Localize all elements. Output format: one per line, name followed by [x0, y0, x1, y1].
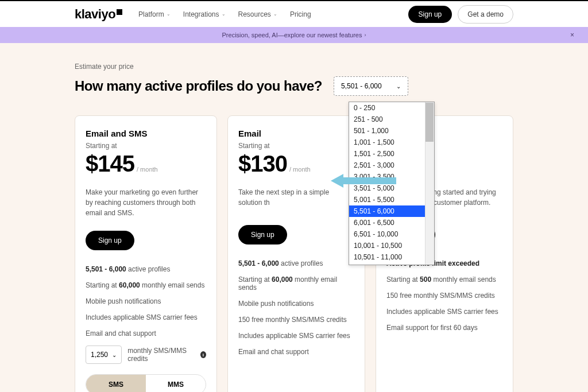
price-value: $130 [238, 151, 287, 177]
scrollbar-thumb[interactable] [425, 103, 434, 142]
per-month-label: / month [137, 166, 158, 173]
feature-line: Starting at 60,000 monthly email sends [238, 275, 354, 292]
feature-line: Email and chat support [86, 329, 206, 337]
card-description: Make your marketing go even further by r… [86, 187, 206, 218]
chevron-down-icon: ⌄ [167, 11, 171, 17]
chevron-right-icon: › [364, 32, 366, 38]
profile-count-select[interactable]: 5,501 - 6,000 ⌄ [334, 76, 408, 96]
dropdown-option[interactable]: 10,501 - 11,000 [349, 251, 434, 263]
promo-banner[interactable]: Precision, speed, AI—explore our newest … [0, 27, 588, 43]
estimate-label: Estimate your price [75, 63, 513, 71]
feature-line: Includes applicable SMS carrier fees [86, 313, 206, 321]
nav-signup-button[interactable]: Sign up [408, 6, 452, 23]
nav-item-resources[interactable]: Resources⌄ [238, 10, 277, 18]
banner-text: Precision, speed, AI—explore our newest … [222, 32, 362, 38]
feature-line: Email and chat support [238, 348, 354, 356]
nav-demo-button[interactable]: Get a demo [458, 5, 513, 24]
card-title: Email and SMS [86, 129, 206, 138]
feature-line: Starting at 500 monthly email sends [386, 275, 502, 284]
sms-mms-toggle: SMSMMS [86, 374, 206, 392]
chevron-down-icon: ⌄ [222, 11, 226, 17]
chevron-down-icon: ⌄ [112, 352, 117, 358]
chevron-down-icon: ⌄ [396, 83, 401, 90]
starting-at-label: Starting at [86, 142, 206, 150]
nav-item-pricing[interactable]: Pricing [290, 10, 311, 18]
page-headline: How many active profiles do you have? [75, 78, 322, 94]
feature-line: 5,501 - 6,000 active profiles [238, 259, 354, 267]
starting-at-label: Starting at [238, 142, 354, 150]
feature-line: 5,501 - 6,000 active profiles [86, 265, 206, 273]
per-month-label: / month [289, 166, 311, 173]
card-signup-button[interactable]: Sign up [238, 225, 287, 244]
card-description: Take the next step in a simple solution … [238, 187, 354, 212]
profile-select-value: 5,501 - 6,000 [341, 82, 382, 90]
dropdown-option[interactable]: 251 - 500 [349, 114, 434, 125]
feature-line: Starting at 60,000 monthly email sends [86, 281, 206, 289]
pricing-card-email-and-sms: Email and SMSStarting at$145/ monthMake … [75, 115, 217, 392]
logo-mark-icon [117, 9, 122, 15]
card-signup-button[interactable]: Sign up [86, 231, 134, 250]
dropdown-option[interactable]: 6,501 - 10,000 [349, 228, 434, 240]
close-icon[interactable]: × [570, 31, 574, 39]
info-icon[interactable]: i [200, 351, 206, 358]
pricing-card-email: EmailStarting at$130/ monthTake the next… [227, 115, 365, 392]
dropdown-option[interactable]: 0 - 250 [349, 102, 434, 114]
dropdown-option[interactable]: 11,001 - 11,500 [349, 263, 434, 265]
sms-credits-select[interactable]: 1,250⌄ [86, 346, 122, 364]
toggle-sms[interactable]: SMS [86, 375, 146, 392]
dropdown-option[interactable]: 10,001 - 10,500 [349, 240, 434, 251]
nav-item-platform[interactable]: Platform⌄ [138, 10, 171, 18]
feature-line: Email support for first 60 days [386, 324, 502, 332]
dropdown-option[interactable]: 1,001 - 1,500 [349, 137, 434, 148]
dropdown-option[interactable]: 5,001 - 5,500 [349, 194, 434, 205]
nav-item-integrations[interactable]: Integrations⌄ [183, 10, 226, 18]
card-title: Email [238, 129, 354, 138]
chevron-down-icon: ⌄ [273, 11, 277, 17]
feature-line: Includes applicable SMS carrier fees [386, 308, 502, 316]
feature-line: Includes applicable SMS carrier fees [238, 332, 354, 340]
feature-line: 150 free monthly SMS/MMS credits [238, 316, 354, 324]
scrollbar-track[interactable] [425, 102, 434, 265]
feature-line: Mobile push notifications [238, 300, 354, 308]
toggle-mms[interactable]: MMS [146, 375, 206, 392]
callout-arrow-icon [331, 174, 396, 188]
top-nav: klaviyo Platform⌄Integrations⌄Resources⌄… [0, 0, 588, 27]
dropdown-option[interactable]: 501 - 1,000 [349, 125, 434, 137]
dropdown-option[interactable]: 2,501 - 3,000 [349, 160, 434, 171]
feature-line: Mobile push notifications [86, 297, 206, 305]
dropdown-option[interactable]: 5,501 - 6,000 [349, 205, 434, 217]
price-value: $145 [86, 151, 134, 177]
dropdown-option[interactable]: 1,501 - 2,500 [349, 148, 434, 160]
credits-label: monthly SMS/MMS creditsi [127, 347, 206, 363]
dropdown-option[interactable]: 6,001 - 6,500 [349, 217, 434, 228]
feature-line: 150 free monthly SMS/MMS credits [386, 292, 502, 300]
logo[interactable]: klaviyo [75, 7, 122, 22]
